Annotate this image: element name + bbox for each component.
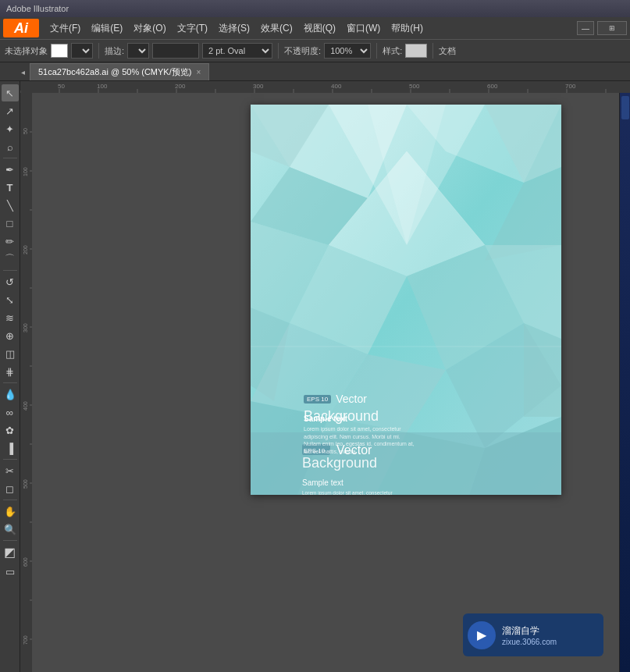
gradient-tool[interactable]: ◫ — [2, 345, 19, 362]
chart-tool[interactable]: ▐ — [2, 439, 19, 457]
tool-separator-6 — [3, 540, 17, 541]
tool-separator-4 — [3, 459, 17, 460]
canvas-with-rulers: 50 100 200 300 400 500 600 700 — [20, 81, 630, 672]
separator-1 — [98, 43, 99, 59]
pencil-tool[interactable]: ✏ — [2, 233, 19, 250]
tab-bar: ◂ 51ca27bc462a8.ai @ 50% (CMYK/预览) × — [0, 62, 630, 81]
menu-view[interactable]: 视图(Q) — [299, 20, 340, 37]
svg-text:Background: Background — [302, 455, 377, 471]
svg-rect-25 — [20, 93, 32, 672]
menu-file[interactable]: 文件(F) — [45, 20, 85, 37]
tool-separator-5 — [3, 500, 17, 500]
document-tab[interactable]: 51ca27bc462a8.ai @ 50% (CMYK/预览) × — [30, 63, 209, 80]
symbol-tool[interactable]: ✿ — [2, 421, 19, 439]
shape-builder-tool[interactable]: ⊕ — [2, 327, 19, 344]
menu-type[interactable]: 文字(T) — [173, 20, 212, 37]
title-text: Adobe Illustrator — [6, 4, 69, 13]
tool-separator-1 — [3, 158, 17, 158]
stroke-size-dropdown[interactable]: 2 pt. Oval — [202, 43, 272, 59]
scale-tool[interactable]: ⤡ — [2, 291, 19, 308]
line-tool[interactable]: ╲ — [2, 197, 19, 214]
stroke-label: 描边: — [105, 45, 124, 57]
ruler-top: 50 100 200 300 400 500 600 700 — [20, 81, 630, 93]
separator-3 — [376, 43, 377, 59]
blend-tool[interactable]: ∞ — [2, 404, 19, 421]
fill-color-swatch[interactable] — [51, 44, 68, 58]
options-bar: 未选择对象 ▼ 描边: ▼ 2 pt. Oval 不透明度: 100% 样式: … — [0, 39, 630, 62]
layout-btn[interactable]: ⊞ — [597, 21, 627, 35]
svg-text:300: 300 — [253, 83, 264, 90]
svg-text:EPS 10: EPS 10 — [304, 447, 326, 454]
svg-text:200: 200 — [23, 245, 28, 254]
rectangle-tool[interactable]: □ — [2, 215, 19, 232]
opacity-label: 不透明度: — [284, 45, 321, 57]
menu-window[interactable]: 窗口(W) — [342, 20, 385, 37]
tool-separator-2 — [3, 270, 17, 271]
svg-text:700: 700 — [565, 83, 576, 90]
svg-text:400: 400 — [331, 83, 342, 90]
ruler-left: 50 100 200 300 400 500 600 700 — [20, 93, 32, 672]
status-label: 未选择对象 — [5, 45, 48, 57]
watermark: ▶ 溜溜自学 zixue.3066.com — [463, 613, 603, 656]
eyedropper-tool[interactable]: 💧 — [2, 386, 19, 403]
pen-tool[interactable]: ✒ — [2, 161, 19, 178]
style-swatch[interactable] — [405, 44, 427, 58]
stroke-color[interactable] — [152, 43, 199, 59]
svg-text:300: 300 — [23, 323, 28, 332]
right-panel-handle — [621, 96, 629, 119]
canvas-area[interactable]: EPS 10 Vector Background Sample text Lor… — [32, 93, 619, 672]
title-bar: Adobe Illustrator — [0, 0, 630, 17]
stroke-dropdown[interactable]: ▼ — [127, 43, 149, 59]
menu-effect[interactable]: 效果(C) — [256, 20, 297, 37]
svg-text:Sample text: Sample text — [302, 478, 343, 487]
watermark-url: zixue.3066.com — [502, 638, 557, 646]
svg-text:100: 100 — [97, 83, 108, 90]
svg-text:500: 500 — [23, 479, 28, 489]
svg-text:700: 700 — [23, 635, 28, 645]
menu-object[interactable]: 对象(O) — [129, 20, 170, 37]
select-tool[interactable]: ↖ — [2, 84, 19, 101]
slice-tool[interactable]: ✂ — [2, 462, 19, 479]
svg-marker-65 — [524, 323, 561, 417]
svg-text:500: 500 — [409, 83, 420, 90]
svg-text:200: 200 — [175, 83, 186, 90]
opacity-dropdown[interactable]: 100% — [324, 43, 371, 59]
svg-rect-0 — [20, 81, 630, 93]
menu-help[interactable]: 帮助(H) — [386, 20, 428, 37]
svg-text:Lorem ipsum dolor sit amet, co: Lorem ipsum dolor sit amet, consectetur — [302, 490, 393, 495]
direct-select-tool[interactable]: ↗ — [2, 102, 19, 119]
svg-text:50: 50 — [23, 128, 28, 134]
watermark-icon: ▶ — [468, 621, 496, 649]
paintbrush-tool[interactable]: ⌒ — [2, 251, 19, 268]
style-label: 样式: — [383, 45, 402, 57]
doc-label: 文档 — [439, 45, 456, 57]
mesh-tool[interactable]: ⋕ — [2, 363, 19, 380]
tab-filename: 51ca27bc462a8.ai @ 50% (CMYK/预览) — [38, 66, 191, 78]
lasso-tool[interactable]: ⌕ — [2, 138, 19, 155]
svg-text:600: 600 — [487, 83, 498, 90]
magic-wand-tool[interactable]: ✦ — [2, 120, 19, 137]
tool-separator-3 — [3, 382, 17, 383]
fill-stroke-tool[interactable]: ◩ — [2, 543, 19, 560]
tab-scroll-left[interactable]: ◂ — [16, 63, 30, 80]
hand-tool[interactable]: ✋ — [2, 503, 19, 520]
rotate-tool[interactable]: ↺ — [2, 273, 19, 290]
type-tool[interactable]: T — [2, 179, 19, 196]
separator-2 — [278, 43, 279, 59]
zoom-tool[interactable]: 🔍 — [2, 521, 19, 538]
menu-bar: Ai 文件(F) 编辑(E) 对象(O) 文字(T) 选择(S) 效果(C) 视… — [0, 17, 630, 39]
svg-text:50: 50 — [58, 83, 65, 90]
main-area: ↖ ↗ ✦ ⌕ ✒ T ╲ □ ✏ ⌒ ↺ ⤡ ≋ ⊕ ◫ ⋕ 💧 ∞ ✿ ▐ … — [0, 81, 630, 672]
watermark-site: 溜溜自学 — [502, 624, 557, 638]
right-sidebar — [619, 93, 630, 672]
artboard-content: EPS 10 Vector Background Sample text Lor… — [251, 105, 561, 495]
menu-select[interactable]: 选择(S) — [214, 20, 254, 37]
left-toolbar: ↖ ↗ ✦ ⌕ ✒ T ╲ □ ✏ ⌒ ↺ ⤡ ≋ ⊕ ◫ ⋕ 💧 ∞ ✿ ▐ … — [0, 81, 20, 672]
screen-mode-btn[interactable]: ▭ — [2, 563, 19, 580]
eraser-tool[interactable]: ◻ — [2, 480, 19, 497]
minimize-btn[interactable]: — — [577, 21, 594, 35]
warp-tool[interactable]: ≋ — [2, 309, 19, 326]
menu-edit[interactable]: 编辑(E) — [87, 20, 127, 37]
tab-close-btn[interactable]: × — [196, 68, 201, 76]
fill-dropdown[interactable]: ▼ — [71, 43, 93, 59]
